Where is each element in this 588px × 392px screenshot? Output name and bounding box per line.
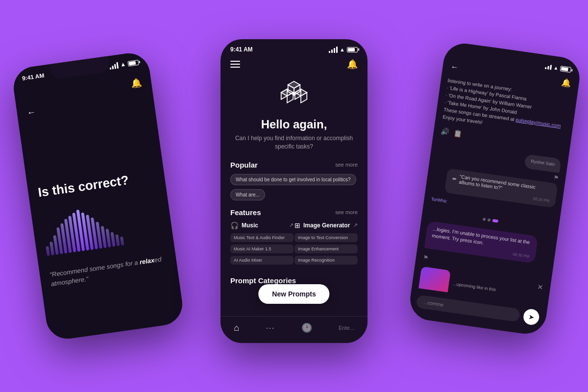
back-arrow-left[interactable]: ←	[26, 107, 37, 118]
bottom-nav: ⌂ ⋯ 🕐 Ente...	[220, 316, 368, 343]
status-bar-center: 9:41 AM ▲	[220, 39, 368, 55]
music-chip-1[interactable]: Music Text & Audio Finder	[230, 233, 294, 242]
user-bubble: Ryohei Sato	[524, 154, 561, 173]
music-feature-arrow[interactable]: ↗	[289, 222, 294, 228]
volume-icon[interactable]: 🔊	[440, 127, 449, 136]
features-title: Features	[230, 208, 261, 217]
flag-icon-user[interactable]: ⚑	[553, 174, 559, 181]
dot-2	[488, 219, 491, 222]
image-feature-name: Image Generator	[303, 222, 350, 229]
music-feature-col: 🎧 Music ↗ Music Text & Audio Finder Musi…	[230, 221, 294, 265]
time-center: 9:41 AM	[230, 46, 253, 53]
chat-input-placeholder: ...comme	[423, 299, 444, 308]
image-feature-arrow[interactable]: ↗	[353, 222, 358, 228]
greeting: Hello again,	[261, 118, 327, 131]
nav-enter[interactable]: Ente...	[339, 325, 354, 331]
chat-content: listening to write on a journey: · 'Life…	[412, 76, 577, 307]
features-section-header: Features see more	[220, 208, 368, 221]
flag-icon-ai[interactable]: ⚑	[422, 254, 429, 261]
music-feature-header: 🎧 Music ↗	[230, 221, 294, 229]
popular-see-more[interactable]: see more	[335, 162, 358, 168]
music-chip-2[interactable]: Music AI Maker 1.5	[230, 245, 294, 253]
music-feature-name: Music	[242, 222, 286, 229]
voice-quote: "Recommend some songs for a relaxed atmo…	[49, 254, 168, 288]
voice-main: Is this correct?	[29, 112, 176, 342]
music-chips: Music Text & Audio Finder Music AI Maker…	[230, 233, 294, 265]
bell-icon-center[interactable]: 🔔	[347, 59, 358, 70]
time-left: 9:41 AM	[22, 72, 45, 82]
music-chip-3[interactable]: AI Audio Mixer	[230, 256, 294, 265]
image-feature-col: ⊞ Image Generator ↗ Image to Text Conver…	[294, 221, 358, 265]
battery-icon-left	[127, 59, 139, 66]
send-button[interactable]: ➤	[522, 308, 540, 326]
new-prompts-button[interactable]: New Prompts	[258, 284, 329, 304]
image-icon: ⊞	[294, 221, 300, 229]
app-header: 🔔	[220, 55, 368, 75]
hamburger-icon[interactable]	[230, 61, 240, 68]
image-chip-2[interactable]: Image Enhancement	[294, 245, 358, 253]
bell-icon-left[interactable]: 🔔	[130, 77, 142, 90]
prompt-categories-title: Prompt Categories	[230, 276, 296, 285]
center-screen: 9:41 AM ▲ 🔔	[220, 39, 368, 343]
enter-nav-label: Ente...	[339, 325, 354, 331]
edit-icon-user[interactable]: ✏	[452, 175, 457, 181]
nav-home[interactable]: ⌂	[234, 323, 239, 333]
waveform	[41, 198, 163, 256]
dot-1	[483, 218, 486, 221]
app-logo	[277, 80, 311, 110]
popular-title: Popular	[230, 161, 258, 169]
popular-section-header: Popular see more	[220, 161, 368, 174]
features-nav-icon: ⋯	[266, 322, 274, 333]
image-chip-1[interactable]: Image to Text Conversion	[294, 233, 358, 242]
music-icon: 🎧	[230, 221, 239, 229]
send-icon: ➤	[528, 313, 535, 321]
battery-icon-right	[560, 66, 571, 73]
voice-question: Is this correct?	[37, 172, 130, 200]
bell-icon-right[interactable]: 🔔	[561, 77, 571, 88]
history-nav-icon: 🕐	[301, 322, 312, 333]
status-icons-center: ▲	[329, 47, 358, 53]
image-chips: Image to Text Conversion Image Enhanceme…	[294, 233, 358, 265]
back-arrow-right[interactable]: ←	[450, 62, 459, 72]
logo-area: Hello again, Can I help you find informa…	[220, 75, 368, 161]
popular-chips-row: What should be done to get involved in l…	[220, 174, 368, 208]
image-chip-3[interactable]: Image Recognition	[294, 256, 358, 265]
phone-center: 9:41 AM ▲ 🔔	[220, 39, 368, 343]
nav-features[interactable]: ⋯	[266, 322, 274, 333]
popular-chip-2[interactable]: What are...	[230, 189, 265, 200]
image-close-btn[interactable]: ✕	[537, 283, 544, 292]
popular-chip-1[interactable]: What should be done to get involved in l…	[230, 174, 356, 185]
scene: 9:41 AM ▲ 🔔 ← Is thi	[0, 0, 588, 392]
greeting-sub: Can I help you find information or accom…	[220, 134, 368, 151]
home-nav-icon: ⌂	[234, 323, 239, 333]
left-screen-content: 🔔 ← Is this correct?	[13, 66, 185, 342]
user-name: Ryohei Sato	[531, 159, 555, 167]
features-see-more[interactable]: see more	[335, 209, 358, 215]
copy-icon[interactable]: 📋	[453, 129, 463, 138]
dot-3-active	[492, 219, 498, 223]
phone-right: ▲ ← 🔔 listening to write on a journey: ·…	[408, 41, 583, 336]
features-grid: 🎧 Music ↗ Music Text & Audio Finder Musi…	[220, 221, 368, 272]
battery-icon-center	[347, 47, 358, 52]
nav-history[interactable]: 🕐	[301, 322, 312, 333]
right-screen: ▲ ← 🔔 listening to write on a journey: ·…	[408, 41, 583, 336]
image-feature-header: ⊞ Image Generator ↗	[294, 221, 358, 229]
phone-left: 9:41 AM ▲ 🔔 ← Is thi	[11, 50, 185, 342]
